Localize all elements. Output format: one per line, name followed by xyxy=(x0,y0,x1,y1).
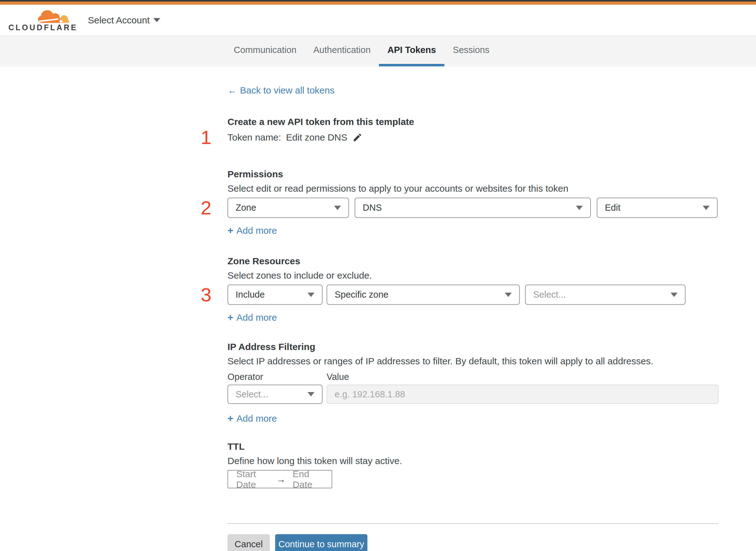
account-selector-label: Select Account xyxy=(88,15,150,26)
permissions-add-more-link[interactable]: + Add more xyxy=(227,225,277,236)
footer-divider xyxy=(227,523,719,524)
plus-icon: + xyxy=(227,413,233,424)
ip-value-input[interactable] xyxy=(326,385,719,404)
section-zone-resources: Zone Resources Select zones to include o… xyxy=(227,255,719,323)
zone-resources-add-more-link[interactable]: + Add more xyxy=(227,312,277,323)
token-name-value: Edit zone DNS xyxy=(286,131,347,144)
permissions-description: Select edit or read permissions to apply… xyxy=(227,182,719,195)
step-number-3: 3 xyxy=(201,285,211,305)
ip-filtering-add-more-link[interactable]: + Add more xyxy=(227,413,277,424)
permission-access-value: Edit xyxy=(605,202,621,213)
permission-service-value: DNS xyxy=(363,202,382,213)
start-date-placeholder: Start Date xyxy=(236,469,269,490)
step-number-1: 1 xyxy=(201,128,211,147)
permission-service-select[interactable]: DNS xyxy=(354,197,591,218)
ip-operator-placeholder: Select... xyxy=(235,389,268,400)
zone-type-value: Specific zone xyxy=(335,290,389,300)
chevron-down-icon xyxy=(576,206,583,210)
ttl-description: Define how long this token will stay act… xyxy=(227,455,719,467)
arrow-right-icon: → xyxy=(276,474,286,485)
plus-icon: + xyxy=(227,312,233,323)
section-ttl: TTL Define how long this token will stay… xyxy=(227,440,719,488)
tab-bar: Communication Authentication API Tokens … xyxy=(0,36,756,66)
app-header: CLOUDFLARE Select Account xyxy=(0,5,756,36)
ip-operator-select[interactable]: Select... xyxy=(227,385,322,404)
ip-filtering-description: Select IP addresses or ranges of IP addr… xyxy=(227,355,719,368)
tab-communication[interactable]: Communication xyxy=(225,36,305,66)
zone-pick-select[interactable]: Select... xyxy=(525,285,686,305)
back-link-label: Back to view all tokens xyxy=(240,85,334,96)
tab-authentication[interactable]: Authentication xyxy=(305,36,379,66)
chevron-down-icon xyxy=(703,206,710,210)
zone-pick-placeholder: Select... xyxy=(533,290,566,300)
top-orange-bar xyxy=(0,2,756,5)
zone-type-select[interactable]: Specific zone xyxy=(326,285,520,305)
cancel-button[interactable]: Cancel xyxy=(227,534,270,551)
main-content: ← Back to view all tokens Create a new A… xyxy=(227,85,719,551)
zone-resources-title: Zone Resources xyxy=(227,255,719,267)
end-date-placeholder: End Date xyxy=(292,469,323,490)
cloudflare-logo[interactable]: CLOUDFLARE xyxy=(8,7,69,35)
chevron-down-icon xyxy=(671,293,678,297)
cloudflare-wordmark: CLOUDFLARE xyxy=(8,23,78,32)
value-label: Value xyxy=(326,372,349,382)
chevron-down-icon xyxy=(505,293,512,297)
token-name-label: Token name: xyxy=(227,131,281,144)
permission-access-select[interactable]: Edit xyxy=(597,197,718,218)
chevron-down-icon xyxy=(307,293,314,297)
continue-to-summary-button[interactable]: Continue to summary xyxy=(275,534,367,551)
ip-filtering-add-more-label: Add more xyxy=(236,413,277,424)
chevron-down-icon xyxy=(334,206,341,210)
section-permissions: Permissions Select edit or read permissi… xyxy=(227,168,719,236)
zone-mode-value: Include xyxy=(235,290,265,300)
operator-label: Operator xyxy=(227,372,326,382)
back-to-tokens-link[interactable]: ← Back to view all tokens xyxy=(227,85,334,96)
ip-filtering-title: IP Address Filtering xyxy=(227,341,719,353)
create-token-heading: Create a new API token from this templat… xyxy=(227,116,719,128)
section-token-name: Create a new API token from this templat… xyxy=(227,116,719,145)
ttl-date-range-picker[interactable]: Start Date → End Date xyxy=(227,470,332,488)
account-selector[interactable]: Select Account xyxy=(88,5,160,36)
chevron-down-icon xyxy=(153,18,160,22)
tab-sessions[interactable]: Sessions xyxy=(445,36,498,66)
section-ip-filtering: IP Address Filtering Select IP addresses… xyxy=(227,341,719,424)
edit-pencil-icon[interactable] xyxy=(352,132,362,142)
ttl-title: TTL xyxy=(227,440,719,453)
back-arrow-icon: ← xyxy=(227,85,237,96)
chevron-down-icon xyxy=(307,392,314,397)
step-number-2: 2 xyxy=(201,198,211,217)
permissions-add-more-label: Add more xyxy=(236,225,277,236)
plus-icon: + xyxy=(227,225,233,236)
zone-resources-description: Select zones to include or exclude. xyxy=(227,269,719,282)
permission-scope-value: Zone xyxy=(235,202,256,213)
zone-mode-select[interactable]: Include xyxy=(227,285,322,305)
permission-scope-select[interactable]: Zone xyxy=(227,197,349,218)
permissions-title: Permissions xyxy=(227,168,719,180)
tab-api-tokens[interactable]: API Tokens xyxy=(379,36,445,66)
zone-resources-add-more-label: Add more xyxy=(236,312,277,323)
